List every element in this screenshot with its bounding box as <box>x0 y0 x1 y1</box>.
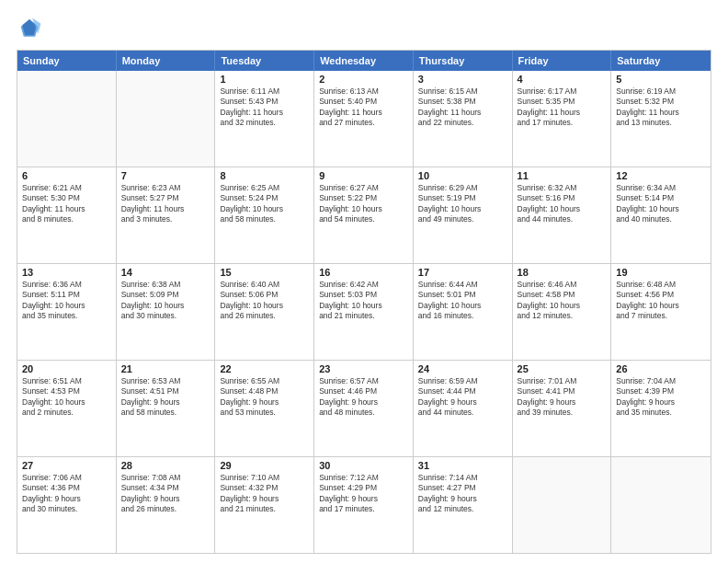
calendar-row-0: 1Sunrise: 6:11 AM Sunset: 5:43 PM Daylig… <box>17 71 711 167</box>
calendar-cell: 22Sunrise: 6:55 AM Sunset: 4:48 PM Dayli… <box>215 361 314 456</box>
calendar-row-2: 13Sunrise: 6:36 AM Sunset: 5:11 PM Dayli… <box>17 263 711 360</box>
weekday-header-sunday: Sunday <box>17 51 117 71</box>
cell-info: Sunrise: 7:10 AM Sunset: 4:32 PM Dayligh… <box>220 473 309 515</box>
day-number: 10 <box>418 170 507 181</box>
calendar-cell: 5Sunrise: 6:19 AM Sunset: 5:32 PM Daylig… <box>611 71 711 167</box>
calendar-cell: 8Sunrise: 6:25 AM Sunset: 5:24 PM Daylig… <box>215 167 314 263</box>
day-number: 15 <box>220 267 309 278</box>
calendar-cell: 29Sunrise: 7:10 AM Sunset: 4:32 PM Dayli… <box>215 457 314 553</box>
calendar-cell: 17Sunrise: 6:44 AM Sunset: 5:01 PM Dayli… <box>414 264 513 360</box>
weekday-header-wednesday: Wednesday <box>314 51 414 71</box>
cell-info: Sunrise: 7:12 AM Sunset: 4:29 PM Dayligh… <box>319 473 408 515</box>
logo <box>17 17 46 42</box>
cell-info: Sunrise: 6:27 AM Sunset: 5:22 PM Dayligh… <box>319 183 408 225</box>
day-number: 7 <box>121 170 210 181</box>
calendar-cell: 23Sunrise: 6:57 AM Sunset: 4:46 PM Dayli… <box>314 361 414 456</box>
day-number: 11 <box>518 170 607 181</box>
calendar-cell: 19Sunrise: 6:48 AM Sunset: 4:56 PM Dayli… <box>611 264 711 360</box>
cell-info: Sunrise: 6:59 AM Sunset: 4:44 PM Dayligh… <box>418 376 507 419</box>
page: SundayMondayTuesdayWednesdayThursdayFrid… <box>0 0 728 563</box>
cell-info: Sunrise: 6:32 AM Sunset: 5:16 PM Dayligh… <box>518 183 607 225</box>
cell-info: Sunrise: 7:01 AM Sunset: 4:41 PM Dayligh… <box>518 376 607 419</box>
cell-info: Sunrise: 6:25 AM Sunset: 5:24 PM Dayligh… <box>220 183 309 225</box>
day-number: 16 <box>319 267 408 278</box>
cell-info: Sunrise: 7:04 AM Sunset: 4:39 PM Dayligh… <box>616 376 706 419</box>
calendar-cell: 1Sunrise: 6:11 AM Sunset: 5:43 PM Daylig… <box>215 71 314 167</box>
calendar-cell: 16Sunrise: 6:42 AM Sunset: 5:03 PM Dayli… <box>314 264 414 360</box>
calendar-cell: 24Sunrise: 6:59 AM Sunset: 4:44 PM Dayli… <box>414 361 513 456</box>
calendar-cell: 18Sunrise: 6:46 AM Sunset: 4:58 PM Dayli… <box>513 264 612 360</box>
day-number: 19 <box>616 267 706 278</box>
day-number: 29 <box>220 460 309 471</box>
day-number: 14 <box>121 267 210 278</box>
day-number: 23 <box>319 363 408 374</box>
day-number: 28 <box>121 460 210 471</box>
day-number: 27 <box>22 460 111 471</box>
day-number: 3 <box>418 74 507 85</box>
day-number: 13 <box>22 267 111 278</box>
cell-info: Sunrise: 6:42 AM Sunset: 5:03 PM Dayligh… <box>319 280 408 322</box>
calendar-cell: 30Sunrise: 7:12 AM Sunset: 4:29 PM Dayli… <box>314 457 414 553</box>
calendar-cell: 2Sunrise: 6:13 AM Sunset: 5:40 PM Daylig… <box>314 71 414 167</box>
calendar-cell: 4Sunrise: 6:17 AM Sunset: 5:35 PM Daylig… <box>513 71 612 167</box>
day-number: 31 <box>418 460 507 471</box>
calendar-cell: 31Sunrise: 7:14 AM Sunset: 4:27 PM Dayli… <box>414 457 513 553</box>
day-number: 18 <box>518 267 607 278</box>
weekday-header-thursday: Thursday <box>414 51 513 71</box>
day-number: 24 <box>418 363 507 374</box>
cell-info: Sunrise: 6:19 AM Sunset: 5:32 PM Dayligh… <box>616 86 706 129</box>
weekday-header-friday: Friday <box>513 51 612 71</box>
day-number: 5 <box>616 74 706 85</box>
cell-info: Sunrise: 6:44 AM Sunset: 5:01 PM Dayligh… <box>418 280 507 322</box>
day-number: 25 <box>518 363 607 374</box>
calendar-body: 1Sunrise: 6:11 AM Sunset: 5:43 PM Daylig… <box>17 71 711 553</box>
weekday-header-saturday: Saturday <box>611 51 711 71</box>
day-number: 26 <box>616 363 706 374</box>
calendar-cell: 7Sunrise: 6:23 AM Sunset: 5:27 PM Daylig… <box>117 167 216 263</box>
day-number: 12 <box>616 170 706 181</box>
cell-info: Sunrise: 7:08 AM Sunset: 4:34 PM Dayligh… <box>121 473 210 515</box>
calendar-cell: 12Sunrise: 6:34 AM Sunset: 5:14 PM Dayli… <box>611 167 711 263</box>
cell-info: Sunrise: 6:11 AM Sunset: 5:43 PM Dayligh… <box>220 86 309 129</box>
day-number: 21 <box>121 363 210 374</box>
header <box>17 17 711 42</box>
cell-info: Sunrise: 6:38 AM Sunset: 5:09 PM Dayligh… <box>121 280 210 322</box>
calendar-header: SundayMondayTuesdayWednesdayThursdayFrid… <box>17 51 711 71</box>
day-number: 1 <box>220 74 309 85</box>
cell-info: Sunrise: 6:15 AM Sunset: 5:38 PM Dayligh… <box>418 86 507 129</box>
day-number: 6 <box>22 170 111 181</box>
calendar-row-1: 6Sunrise: 6:21 AM Sunset: 5:30 PM Daylig… <box>17 167 711 263</box>
cell-info: Sunrise: 6:51 AM Sunset: 4:53 PM Dayligh… <box>22 376 111 419</box>
calendar-cell: 28Sunrise: 7:08 AM Sunset: 4:34 PM Dayli… <box>117 457 216 553</box>
day-number: 30 <box>319 460 408 471</box>
calendar-cell: 21Sunrise: 6:53 AM Sunset: 4:51 PM Dayli… <box>117 361 216 456</box>
cell-info: Sunrise: 7:06 AM Sunset: 4:36 PM Dayligh… <box>22 473 111 515</box>
calendar-cell: 26Sunrise: 7:04 AM Sunset: 4:39 PM Dayli… <box>611 361 711 456</box>
cell-info: Sunrise: 6:34 AM Sunset: 5:14 PM Dayligh… <box>616 183 706 225</box>
calendar-cell: 9Sunrise: 6:27 AM Sunset: 5:22 PM Daylig… <box>314 167 414 263</box>
cell-info: Sunrise: 6:17 AM Sunset: 5:35 PM Dayligh… <box>518 86 607 129</box>
cell-info: Sunrise: 6:13 AM Sunset: 5:40 PM Dayligh… <box>319 86 408 129</box>
calendar-row-4: 27Sunrise: 7:06 AM Sunset: 4:36 PM Dayli… <box>17 456 711 553</box>
calendar-cell <box>117 71 216 167</box>
weekday-header-monday: Monday <box>117 51 216 71</box>
cell-info: Sunrise: 6:53 AM Sunset: 4:51 PM Dayligh… <box>121 376 210 419</box>
cell-info: Sunrise: 6:57 AM Sunset: 4:46 PM Dayligh… <box>319 376 408 419</box>
calendar-cell: 6Sunrise: 6:21 AM Sunset: 5:30 PM Daylig… <box>17 167 117 263</box>
cell-info: Sunrise: 6:55 AM Sunset: 4:48 PM Dayligh… <box>220 376 309 419</box>
cell-info: Sunrise: 6:46 AM Sunset: 4:58 PM Dayligh… <box>518 280 607 322</box>
cell-info: Sunrise: 6:48 AM Sunset: 4:56 PM Dayligh… <box>616 280 706 322</box>
calendar-cell: 11Sunrise: 6:32 AM Sunset: 5:16 PM Dayli… <box>513 167 612 263</box>
calendar: SundayMondayTuesdayWednesdayThursdayFrid… <box>17 50 711 554</box>
day-number: 4 <box>518 74 607 85</box>
weekday-header-tuesday: Tuesday <box>215 51 314 71</box>
calendar-cell: 25Sunrise: 7:01 AM Sunset: 4:41 PM Dayli… <box>513 361 612 456</box>
day-number: 22 <box>220 363 309 374</box>
cell-info: Sunrise: 6:21 AM Sunset: 5:30 PM Dayligh… <box>22 183 111 225</box>
cell-info: Sunrise: 6:36 AM Sunset: 5:11 PM Dayligh… <box>22 280 111 322</box>
day-number: 2 <box>319 74 408 85</box>
calendar-cell: 15Sunrise: 6:40 AM Sunset: 5:06 PM Dayli… <box>215 264 314 360</box>
logo-icon <box>17 17 42 42</box>
calendar-cell: 27Sunrise: 7:06 AM Sunset: 4:36 PM Dayli… <box>17 457 117 553</box>
calendar-cell: 13Sunrise: 6:36 AM Sunset: 5:11 PM Dayli… <box>17 264 117 360</box>
